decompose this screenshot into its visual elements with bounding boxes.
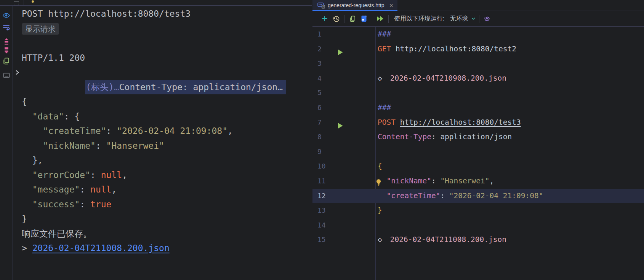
request-url: http://localhost:8080/test2 [396, 45, 516, 53]
line-number: 1 [312, 27, 336, 42]
editor-line: 8 Content-Type: application/json [312, 130, 644, 145]
environment-value: 无环境 [450, 15, 468, 23]
prompt: > [22, 243, 32, 253]
fold-ellipsis: … [114, 82, 119, 92]
response-panel: POST http://localhost:8080/test3 显示请求 HT… [0, 0, 312, 280]
request-separator: ### [378, 103, 391, 112]
json-null: null [90, 185, 111, 194]
line-number: 2 [312, 42, 336, 57]
line-number: 5 [312, 86, 336, 100]
json-key: "data" [32, 111, 64, 121]
open-in-editor-icon[interactable] [2, 71, 10, 79]
line-number: 11 [312, 174, 336, 189]
editor-line: 11 "nickName": "Hanserwei", [312, 174, 644, 189]
response-diamond-icon[interactable]: ◇ [378, 74, 382, 83]
editor-panel: generated-requests.http × [312, 0, 644, 280]
environment-label: 使用以下环境运行: [394, 15, 444, 23]
json-key: "createTime" [386, 191, 440, 200]
view-options-icon[interactable] [2, 11, 10, 19]
add-request-icon[interactable] [320, 14, 330, 24]
fold-preview: Content-Type: application/json… [119, 82, 283, 92]
header-name: Content-Type [378, 132, 431, 141]
status-line: HTTP/1.1 200 [22, 51, 85, 65]
scroll-to-bottom-icon[interactable] [2, 46, 10, 54]
response-console[interactable]: POST http://localhost:8080/test3 显示请求 HT… [13, 6, 312, 280]
history-icon[interactable] [331, 14, 341, 24]
line-number: 8 [312, 130, 336, 145]
response-file-reference[interactable]: 2026-02-04T210908.200.json [390, 74, 506, 83]
tab-title: generated-requests.http [328, 2, 384, 8]
editor-line: 7 POST http://localhost:8080/test3 [312, 115, 644, 130]
editor-line-current: 12 "createTime": "2026-02-04 21:09:08" [312, 189, 644, 204]
editor-line: 13 } [312, 203, 644, 218]
line-number: 12 [312, 189, 336, 204]
fold-label[interactable]: (标头) [86, 82, 114, 92]
editor-line: 1 ### [312, 27, 644, 42]
editor-line: 9 [312, 145, 644, 159]
header-value: application/json [440, 132, 512, 141]
json-key: "errorCode" [32, 170, 90, 180]
toolbar-separator [372, 15, 372, 23]
scroll-to-top-icon[interactable] [2, 37, 10, 45]
http-file-icon [317, 2, 325, 9]
editor-line: 14 [312, 218, 644, 233]
json-null: null [101, 170, 122, 180]
line-number: 13 [312, 203, 336, 218]
json-brace: } [378, 206, 382, 215]
json-value: "Hanserwei" [440, 177, 489, 185]
tab-bar: generated-requests.http × [312, 0, 644, 11]
tab-generated-requests[interactable]: generated-requests.http × [312, 0, 397, 11]
json-key: "success" [32, 199, 80, 209]
request-separator: ### [378, 30, 391, 38]
show-request-button[interactable]: 显示请求 [22, 23, 59, 35]
environment-selector[interactable]: 使用以下环境运行: 无环境 [394, 15, 476, 23]
copy-icon[interactable] [348, 14, 357, 24]
modified-dot-icon [32, 0, 34, 3]
http-toolbar: 使用以下环境运行: 无环境 [312, 11, 644, 27]
folded-headers-line[interactable]: (标头)…Content-Type: application/json… [85, 80, 286, 95]
http-method: GET [378, 45, 396, 53]
json-brace: { [378, 162, 382, 170]
editor-line: 15 ◇2026-02-04T211008.200.json [312, 232, 644, 247]
toolbar-separator [479, 15, 479, 23]
line-number: 3 [312, 56, 336, 71]
http-method: POST [378, 118, 400, 127]
editor-line: 3 [312, 56, 644, 71]
soft-wrap-icon[interactable] [2, 23, 10, 31]
response-diamond-icon[interactable]: ◇ [378, 235, 382, 244]
json-key: "nickName" [386, 177, 431, 185]
line-number: 10 [312, 159, 336, 174]
json-true: true [90, 199, 111, 209]
top-toolbar-fragment [0, 0, 312, 6]
chevron-down-icon [471, 16, 476, 21]
request-url: http://localhost:8080/test3 [400, 118, 521, 127]
expand-headers-icon[interactable] [13, 65, 22, 80]
toolbar-separator [388, 15, 389, 23]
json-value: "2026-02-04 21:09:08" [449, 191, 543, 200]
cropped-icon [14, 1, 19, 5]
json-line: }, [22, 153, 43, 168]
editor-line: 6 ### [312, 100, 644, 115]
http-editor[interactable]: 1 ### 2 GET http://localhost:8080/test2 … [312, 27, 644, 280]
copy-response-icon[interactable] [2, 57, 10, 65]
request-line: POST http://localhost:8080/test3 [22, 6, 191, 21]
line-number: 6 [312, 100, 336, 115]
json-key: "nickName" [43, 141, 95, 151]
active-tab-indicator [312, 10, 397, 11]
saved-response-file-link[interactable]: 2026-02-04T211008.200.json [32, 243, 170, 253]
line-number: 15 [312, 232, 336, 247]
editor-line: 5 [312, 86, 644, 100]
convert-curl-icon[interactable] [482, 14, 492, 24]
run-all-icon[interactable] [375, 14, 385, 24]
divider [24, 0, 24, 5]
save-to-scratch-icon[interactable] [359, 14, 369, 24]
json-key: "createTime" [43, 126, 106, 136]
line-number: 4 [312, 71, 336, 86]
json-value: "Hanserwei" [106, 141, 164, 151]
json-key: "message" [32, 185, 80, 194]
editor-line: 10 { [312, 159, 644, 174]
editor-line: 4 ◇2026-02-04T210908.200.json [312, 71, 644, 86]
close-icon[interactable]: × [389, 2, 393, 9]
line-number: 7 [312, 115, 336, 130]
response-file-reference[interactable]: 2026-02-04T211008.200.json [390, 235, 506, 244]
